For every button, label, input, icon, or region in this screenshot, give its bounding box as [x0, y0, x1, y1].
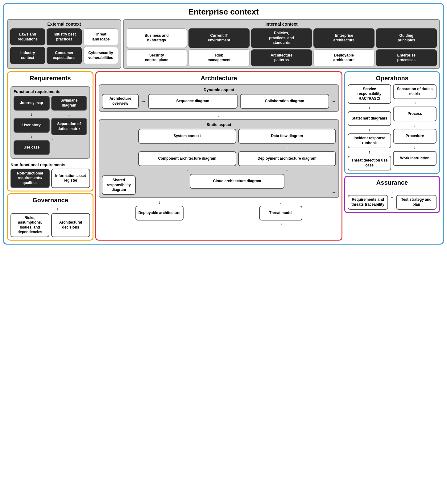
requirements-section: Requirements Functional requirements Jou…: [7, 71, 93, 191]
ctx-arch-patterns: Architecturepatterns: [251, 49, 312, 66]
governance-content: ↓ ↓ Risks, assumptions, issues, and depe…: [10, 206, 90, 237]
ctx-laws-regulations: Laws andregulations: [10, 28, 45, 45]
requirements-title: Requirements: [10, 75, 90, 82]
sc-ir-arr: ↓: [368, 127, 370, 132]
arch-bottom: ↓ Deployable architecture ↓ Threat model…: [99, 200, 339, 226]
functional-req-title: Functional requirements: [14, 89, 87, 94]
ctx-deployable-arch: Deployablearchitecture: [313, 49, 374, 66]
nfr-node: Non-functional requirements/ qualities: [10, 169, 50, 188]
procedure-node: Procedure: [393, 129, 437, 144]
arr-to-deployable: ↓: [158, 200, 160, 205]
user-story-node: User story: [14, 118, 50, 133]
arrow-sw-sod: ↓: [68, 112, 70, 117]
functional-requirements-box: Functional requirements Journey map ↓ Us…: [10, 86, 90, 159]
sequence-node: Sequence diagram: [148, 94, 238, 109]
context-row: External context Laws andregulations Ind…: [7, 19, 440, 69]
incident-response-node: Incident response runbook: [348, 133, 391, 148]
internal-context-title: Internal context: [126, 22, 437, 27]
ctx-security-control: Securitycontrol plane: [126, 49, 187, 66]
info-asset-node: Information asset register: [51, 169, 90, 188]
enterprise-container: Enterprise context External context Laws…: [3, 3, 444, 245]
system-context-node: System context: [138, 129, 236, 144]
func-req-layout: Journey map ↓ User story ↓ Use case Swim…: [14, 96, 87, 155]
ctx-industry-best: Industry bestpractices: [47, 28, 81, 45]
deployable-arch-bottom-node: Deployable architecture: [135, 206, 184, 220]
gov-arr1: ↓: [42, 206, 44, 211]
component-col: ↓ Component architecture diagram ↓: [138, 145, 236, 172]
proc-wi-arr: ↓: [414, 145, 416, 150]
arrow-us-uc: ↓: [31, 134, 33, 139]
component-arch-node: Component architecture diagram: [138, 151, 236, 166]
main-content: Requirements Functional requirements Jou…: [7, 71, 440, 241]
sc-comp-arr: ↓: [186, 145, 188, 150]
threat-model-node: Threat model: [259, 206, 302, 220]
collaboration-node: Collaboration diagram: [240, 94, 329, 109]
dyn-to-stat-arr: ↓: [99, 113, 339, 118]
static-inner: Shared responsibility diagram System con…: [102, 129, 336, 195]
ctx-current-it: Current ITenvironment: [188, 28, 249, 48]
non-func-layout: Non-functional requirements/ qualities I…: [10, 169, 90, 188]
assurance-content: ↓ Requirements and threats traceability …: [348, 189, 437, 210]
external-context-title: External context: [10, 22, 118, 27]
threat-detection-node: Threat detection use case: [348, 156, 391, 170]
statechart-node: Statechart diagrams: [348, 111, 391, 126]
static-aspect-box: Static aspect Shared responsibility diag…: [99, 119, 339, 198]
ctx-business-is: Business andIS strategy: [126, 28, 187, 48]
static-grid: System context Data flow diagram ↓ Compo…: [138, 129, 336, 189]
sr-sc-arr: ↓: [368, 105, 370, 110]
internal-context-box: Internal context Business andIS strategy…: [123, 19, 440, 69]
right-column: Operations Service responsibility RACI/R…: [344, 71, 440, 241]
cloud-row: Cloud architecture diagram: [138, 174, 336, 189]
ctx-policies: Policies,practices, andstandards: [251, 28, 312, 48]
swimlane-node: Swimlane diagram: [51, 96, 87, 111]
separation-duties-node: Separation of duties matrix: [51, 118, 87, 135]
architectural-decisions-node: Architectural decisions: [51, 213, 90, 237]
use-case-node: Use case: [14, 140, 50, 155]
arch-arr2: →: [332, 99, 336, 104]
ctx-cybersecurity: Cybersecurityvulnerabilities: [83, 47, 118, 64]
work-instruction-node: Work instruction: [393, 151, 437, 166]
static-left: Shared responsibility diagram: [102, 129, 136, 195]
operations-section: Operations Service responsibility RACI/R…: [344, 71, 440, 174]
test-strategy-node: Test strategy and plan: [396, 195, 437, 210]
ops-col-left: Service responsibility RACI/RASCI ↓ Stat…: [348, 84, 391, 170]
dynamic-title: Dynamic aspect: [102, 87, 336, 92]
comp-cloud-arr: ↓: [186, 167, 188, 172]
deployment-col: ↓ Deployment architecture diagram ↓: [238, 145, 336, 172]
assurance-items: Requirements and threats traceability → …: [348, 195, 437, 210]
static-arrows-right: →: [138, 190, 336, 195]
assurance-top-arr: ↓: [391, 189, 393, 194]
separation-duties-ops-node: Separation of duties matrix: [393, 84, 437, 99]
architecture-section: Architecture Dynamic aspect Architecture…: [95, 71, 342, 241]
static-right-arr: →: [332, 190, 336, 195]
assurance-section: Assurance ↓ Requirements and threats tra…: [344, 176, 440, 213]
ctx-guiding: Guidingprinciples: [376, 28, 437, 48]
ctx-consumer: Consumerexpectations: [47, 47, 81, 64]
arrow-sod-uc: ←: [51, 136, 56, 141]
deployable-col: ↓ Deployable architecture: [135, 200, 184, 226]
data-flow-node: Data flow diagram: [238, 129, 336, 144]
cloud-arch-node: Cloud architecture diagram: [190, 174, 285, 189]
gov-arrows-row: ↓ ↓: [42, 206, 59, 211]
shared-responsibility-node: Shared responsibility diagram: [102, 175, 136, 195]
operations-title: Operations: [348, 75, 437, 82]
threat-model-col: ↓ Threat model →: [259, 200, 302, 226]
proc-proc-arr: ↓: [414, 123, 416, 128]
architecture-border: Architecture Dynamic aspect Architecture…: [95, 71, 342, 241]
arr-to-threatmodel: ↓: [280, 200, 282, 205]
non-func-title: Non-functional requirements: [10, 162, 90, 167]
governance-title: Governance: [10, 197, 90, 204]
architecture-title: Architecture: [99, 75, 339, 82]
ctx-enterprise-proc: Enterpriseprocesses: [376, 49, 437, 66]
ctx-industry-context: Industrycontext: [10, 47, 45, 64]
static-title: Static aspect: [102, 122, 336, 127]
func-left: Journey map ↓ User story ↓ Use case: [14, 96, 50, 155]
deployment-arch-node: Deployment architecture diagram: [238, 151, 336, 166]
static-right: System context Data flow diagram ↓ Compo…: [138, 129, 336, 195]
process-node: Process: [393, 107, 437, 121]
service-responsibility-node: Service responsibility RACI/RASCI: [348, 84, 391, 104]
deploy-cloud-arr: ↓: [286, 167, 288, 172]
arr-from-threatmodel: →: [279, 221, 283, 226]
risks-node: Risks, assumptions, issues, and dependen…: [10, 213, 49, 237]
ctx-threat-landscape: Threatlandscape: [83, 28, 118, 45]
